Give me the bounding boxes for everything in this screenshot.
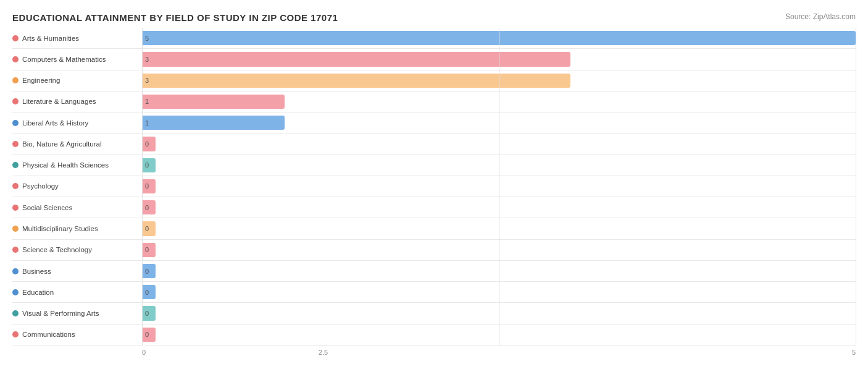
bar-fill: 0 xyxy=(142,328,156,342)
bar-label: Science & Technology xyxy=(12,245,142,255)
label-dot xyxy=(12,98,19,104)
bar-fill: 0 xyxy=(142,200,156,214)
bar-value-label: 0 xyxy=(145,246,149,253)
source-label: Source: ZipAtlas.com xyxy=(785,12,856,21)
bar-label: Engineering xyxy=(12,75,142,85)
bar-value-label: 5 xyxy=(145,35,149,42)
bar-label: Arts & Humanities xyxy=(12,33,142,43)
bar-label: Computers & Mathematics xyxy=(12,54,142,64)
bar-label: Social Sciences xyxy=(12,203,142,213)
bar-label: Psychology xyxy=(12,181,142,191)
bar-track: 0 xyxy=(142,240,856,260)
bar-row: Liberal Arts & History1 xyxy=(12,112,856,134)
bar-value-label: 3 xyxy=(145,56,149,63)
bar-track: 5 xyxy=(142,28,856,48)
bar-label-text: Communications xyxy=(22,331,75,338)
bar-value-label: 0 xyxy=(145,225,149,232)
bar-label-text: Computers & Mathematics xyxy=(22,56,106,63)
bar-fill: 0 xyxy=(142,264,156,278)
bar-row: Multidisciplinary Studies0 xyxy=(12,218,856,239)
bar-value-label: 0 xyxy=(145,289,149,296)
bar-value-label: 0 xyxy=(145,140,149,148)
bar-track: 0 xyxy=(142,197,856,218)
bar-value-label: 0 xyxy=(145,161,149,169)
bar-label: Business xyxy=(12,266,142,276)
x-tick: 2.5 xyxy=(146,349,501,356)
bar-track: 0 xyxy=(142,134,856,154)
bar-fill: 1 xyxy=(142,95,285,109)
bar-label-text: Literature & Languages xyxy=(22,98,96,105)
label-dot xyxy=(12,268,19,274)
bar-row: Literature & Languages1 xyxy=(12,91,856,112)
bar-fill: 3 xyxy=(142,74,570,88)
label-dot xyxy=(12,289,19,295)
bar-track: 3 xyxy=(142,49,856,69)
bars-section: Arts & Humanities5Computers & Mathematic… xyxy=(12,28,856,345)
bar-row: Social Sciences0 xyxy=(12,197,856,218)
bar-row: Business0 xyxy=(12,261,856,282)
bar-fill: 0 xyxy=(142,285,156,299)
bar-value-label: 3 xyxy=(145,77,149,84)
bar-track: 1 xyxy=(142,91,856,112)
chart-container: EDUCATIONAL ATTAINMENT BY FIELD OF STUDY… xyxy=(0,0,868,390)
bar-row: Communications0 xyxy=(12,324,856,345)
bar-label-text: Business xyxy=(22,268,51,275)
bar-row: Science & Technology0 xyxy=(12,240,856,261)
bar-label-text: Physical & Health Sciences xyxy=(22,161,109,169)
bar-label-text: Bio, Nature & Agricultural xyxy=(22,140,101,148)
bar-label-text: Engineering xyxy=(22,77,60,84)
bar-value-label: 0 xyxy=(145,268,149,275)
label-dot xyxy=(12,141,19,147)
label-dot xyxy=(12,247,19,253)
label-dot xyxy=(12,183,19,189)
bar-label: Literature & Languages xyxy=(12,96,142,106)
bar-track: 0 xyxy=(142,176,856,197)
bar-label: Visual & Performing Arts xyxy=(12,308,142,318)
bar-label-text: Social Sciences xyxy=(22,204,72,211)
bar-row: Education0 xyxy=(12,282,856,303)
bar-value-label: 0 xyxy=(145,182,149,190)
bar-track: 0 xyxy=(142,282,856,302)
bar-fill: 5 xyxy=(142,31,856,45)
bar-row: Engineering3 xyxy=(12,70,856,91)
label-dot xyxy=(12,226,19,232)
label-dot xyxy=(12,56,19,62)
chart-area: Arts & Humanities5Computers & Mathematic… xyxy=(12,28,856,356)
bar-row: Computers & Mathematics3 xyxy=(12,49,856,70)
bar-fill: 0 xyxy=(142,306,156,320)
label-dot xyxy=(12,77,19,83)
bar-row: Arts & Humanities5 xyxy=(12,28,856,49)
bar-label-text: Psychology xyxy=(22,182,59,190)
bar-track: 3 xyxy=(142,70,856,91)
bar-row: Visual & Performing Arts0 xyxy=(12,303,856,324)
bar-label: Education xyxy=(12,287,142,297)
bar-fill: 0 xyxy=(142,221,156,235)
bar-label-text: Science & Technology xyxy=(22,246,92,253)
bar-label: Bio, Nature & Agricultural xyxy=(12,139,142,149)
chart-title: EDUCATIONAL ATTAINMENT BY FIELD OF STUDY… xyxy=(12,12,856,23)
x-tick: 5 xyxy=(501,349,856,356)
bar-label: Liberal Arts & History xyxy=(12,118,142,128)
bar-value-label: 0 xyxy=(145,331,149,338)
label-dot xyxy=(12,331,19,337)
label-dot xyxy=(12,162,19,168)
bar-fill: 1 xyxy=(142,116,285,130)
bar-label-text: Education xyxy=(22,289,54,296)
x-axis: 02.55 xyxy=(142,345,856,356)
bar-fill: 0 xyxy=(142,158,156,172)
bar-fill: 0 xyxy=(142,179,156,193)
bar-track: 0 xyxy=(142,155,856,176)
bar-track: 0 xyxy=(142,261,856,281)
bar-fill: 3 xyxy=(142,52,570,66)
bar-fill: 0 xyxy=(142,137,156,151)
bar-value-label: 1 xyxy=(145,119,149,127)
bar-label-text: Visual & Performing Arts xyxy=(22,310,99,317)
bar-track: 0 xyxy=(142,324,856,345)
bar-label: Communications xyxy=(12,329,142,339)
bar-fill: 0 xyxy=(142,243,156,257)
bar-row: Physical & Health Sciences0 xyxy=(12,155,856,176)
bar-row: Bio, Nature & Agricultural0 xyxy=(12,134,856,155)
bar-label: Physical & Health Sciences xyxy=(12,160,142,170)
bar-track: 0 xyxy=(142,303,856,323)
bar-value-label: 0 xyxy=(145,310,149,317)
